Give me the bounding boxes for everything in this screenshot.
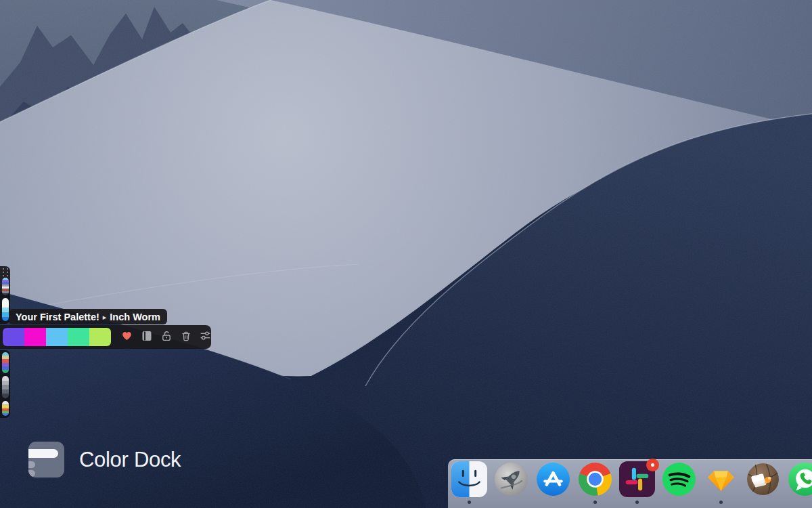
color-dock-logo bbox=[28, 442, 64, 478]
unlock-icon bbox=[161, 331, 172, 344]
palette-swatch-bar bbox=[3, 328, 111, 346]
palette-name-label: Inch Worm bbox=[110, 312, 160, 322]
running-indicator bbox=[593, 501, 597, 504]
swatch-purple[interactable] bbox=[3, 328, 24, 346]
notification-badge bbox=[646, 459, 659, 471]
running-indicator bbox=[468, 501, 471, 504]
dock-icon-meteor-game[interactable] bbox=[745, 461, 781, 497]
swatch-spring-green[interactable] bbox=[68, 328, 89, 346]
delete-button[interactable] bbox=[180, 331, 191, 343]
logo-pill-large bbox=[28, 449, 58, 458]
swatch-sky-blue[interactable] bbox=[46, 328, 68, 346]
palette-preview-5[interactable] bbox=[2, 401, 9, 416]
running-indicator bbox=[635, 501, 639, 504]
palette-preview-selected[interactable] bbox=[2, 298, 9, 321]
dock-icon-finder[interactable] bbox=[451, 461, 487, 497]
swatch-magenta[interactable] bbox=[24, 328, 46, 346]
app-title: Color Dock bbox=[79, 448, 181, 472]
trash-icon bbox=[181, 331, 191, 344]
dock-icon-chrome[interactable] bbox=[577, 461, 613, 497]
book-icon bbox=[141, 331, 152, 344]
view-mode-button[interactable] bbox=[141, 331, 152, 343]
palette-preview-4[interactable] bbox=[2, 376, 9, 398]
dock-icon-app-store[interactable] bbox=[535, 461, 571, 497]
dock-icon-rocket-launcher[interactable] bbox=[493, 461, 529, 497]
logo-pill-small-1 bbox=[28, 461, 35, 468]
dock-icon-whatsapp[interactable] bbox=[787, 461, 812, 497]
palette-title-bubble[interactable]: Your First Palette! ▸ Inch Worm bbox=[9, 309, 167, 324]
options-button[interactable] bbox=[200, 331, 211, 343]
palette-group-label: Your First Palette! bbox=[16, 312, 99, 322]
favorite-button[interactable] bbox=[121, 331, 133, 343]
heart-icon bbox=[121, 330, 133, 344]
palette-strip-bottom bbox=[0, 350, 10, 418]
swatch-lime[interactable] bbox=[89, 328, 111, 346]
palette-popup-panel bbox=[0, 325, 211, 349]
dock bbox=[448, 459, 812, 508]
sliders-icon bbox=[200, 330, 211, 344]
palette-preview-3[interactable] bbox=[2, 352, 9, 373]
wallpaper-mojave-dunes bbox=[0, 0, 812, 508]
dock-icon-sketch[interactable] bbox=[703, 461, 739, 497]
dock-icon-slack[interactable] bbox=[619, 461, 655, 497]
desktop: Your First Palette! ▸ Inch Worm bbox=[0, 0, 812, 508]
breadcrumb-arrow-icon: ▸ bbox=[103, 313, 107, 322]
drag-handle-icon[interactable] bbox=[2, 268, 8, 276]
lock-button[interactable] bbox=[160, 331, 172, 343]
running-indicator bbox=[719, 501, 723, 504]
palette-actions bbox=[121, 331, 211, 343]
palette-preview-1[interactable] bbox=[2, 278, 9, 295]
dock-icon-spotify[interactable] bbox=[661, 461, 697, 497]
